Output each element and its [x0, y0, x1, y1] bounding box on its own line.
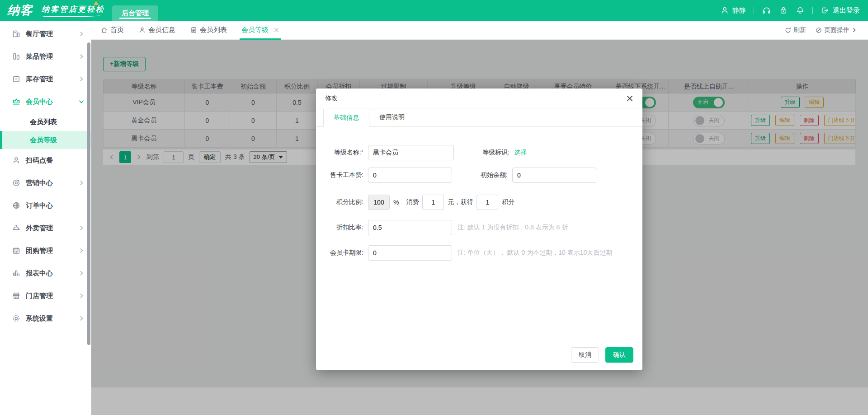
- logout-icon: [821, 6, 830, 15]
- discount-input[interactable]: [368, 220, 452, 235]
- sidebar-item-marketing[interactable]: 营销中心: [0, 172, 91, 194]
- refresh-button[interactable]: 刷新: [784, 26, 806, 34]
- refresh-icon: [784, 27, 792, 34]
- chevron-right-icon: [78, 247, 85, 254]
- sidebar: 餐厅管理 菜品管理 库存管理 会员中心 会员列表 会员等级 扫码点餐 营销中心 …: [0, 21, 91, 415]
- chevron-right-icon: [78, 315, 85, 322]
- scan-order-person-icon: [12, 156, 21, 165]
- crown-icon: [12, 97, 21, 106]
- tab-close-icon[interactable]: [274, 27, 279, 33]
- chevron-right-icon: [78, 225, 85, 231]
- gauge-icon: [815, 27, 822, 34]
- close-icon[interactable]: [626, 95, 633, 102]
- card-fee-input[interactable]: [368, 168, 452, 183]
- points-ratio-row: 积分比例: % 消费 元，获得 积分: [325, 195, 633, 210]
- expiry-label: 会员卡期限:: [325, 249, 368, 257]
- consume-label: 消费: [406, 198, 419, 206]
- chevron-right-icon: [78, 180, 85, 186]
- required-asterisk: *: [361, 149, 363, 156]
- level-name-row: 等级名称:* 等级标识: 选择: [325, 145, 633, 160]
- sidebar-item-inventory[interactable]: 库存管理: [0, 68, 91, 90]
- card-fee-row: 售卡工本费: 初始余额:: [325, 168, 633, 183]
- chevron-right-icon: [78, 270, 85, 276]
- sidebar-subitem-member-level[interactable]: 会员等级: [0, 131, 91, 149]
- storefront-icon: [12, 291, 21, 300]
- cancel-button[interactable]: 取消: [571, 347, 599, 363]
- expiry-note: 注: 单位（天）， 默认 0 为不过期，10 表示10天后过期: [458, 249, 612, 257]
- tab-member-list[interactable]: 会员列表: [190, 21, 227, 40]
- inventory-box-icon: [12, 75, 21, 84]
- divider: [812, 7, 813, 14]
- username: 静静: [732, 6, 746, 15]
- modal-tab-usage[interactable]: 使用说明: [369, 108, 415, 126]
- restaurant-icon: [12, 29, 21, 38]
- points-ratio-label: 积分比例:: [325, 198, 368, 206]
- level-badge-label: 等级标识:: [475, 149, 514, 157]
- sidebar-item-settings[interactable]: 系统设置: [0, 307, 91, 330]
- member-icon: [138, 26, 146, 34]
- sidebar-item-orders[interactable]: 订单中心: [0, 194, 91, 217]
- choose-badge-link[interactable]: 选择: [514, 149, 527, 157]
- sidebar-item-takeout[interactable]: 外卖管理: [0, 217, 91, 239]
- logo-text: 纳客: [7, 2, 33, 19]
- globe-icon: [12, 201, 21, 210]
- gain-points-input[interactable]: [476, 195, 498, 210]
- gear-icon: [12, 314, 21, 323]
- topbar: 纳客 纳客管店更轻松 后台管理 静静 退出登录: [0, 0, 868, 21]
- tabbar-actions: 刷新 页面操作: [784, 26, 857, 34]
- chevron-right-icon: [78, 293, 85, 299]
- modal-body: 等级名称:* 等级标识: 选择 售卡工本费: 初始余额: 积分比例: % 消费 …: [316, 127, 642, 261]
- tab-member-info[interactable]: 会员信息: [138, 21, 175, 40]
- clipboard-icon: [190, 26, 198, 34]
- calendar-icon: [12, 246, 21, 255]
- sidebar-item-reports[interactable]: 报表中心: [0, 262, 91, 284]
- notification-bell-icon[interactable]: [796, 6, 805, 15]
- modal-title: 修改: [325, 94, 338, 103]
- consume-amount-input[interactable]: [422, 195, 444, 210]
- expiry-input[interactable]: [368, 245, 452, 261]
- dish-icon: [12, 52, 21, 61]
- slogan: 纳客管店更轻松: [42, 4, 105, 17]
- sidebar-subitem-member-list[interactable]: 会员列表: [0, 113, 91, 131]
- points-ratio-input[interactable]: [368, 195, 390, 210]
- yuan-gain-label: 元，获得: [448, 198, 473, 206]
- nav-tab-backend[interactable]: 后台管理: [112, 5, 158, 21]
- support-headset-icon[interactable]: [762, 6, 771, 15]
- modal-header: 修改: [316, 89, 642, 108]
- bar-chart-icon: [12, 269, 21, 278]
- target-icon: [12, 178, 21, 187]
- topbar-right: 静静 退出登录: [720, 0, 860, 21]
- home-icon: [100, 26, 108, 34]
- sidebar-item-groupon[interactable]: 团购管理: [0, 239, 91, 262]
- sidebar-item-member-center[interactable]: 会员中心: [0, 90, 91, 113]
- sidebar-scrollbar[interactable]: [87, 42, 90, 345]
- tab-home[interactable]: 首页: [100, 21, 124, 40]
- cloche-icon: [12, 224, 21, 233]
- expiry-row: 会员卡期限: 注: 单位（天）， 默认 0 为不过期，10 表示10天后过期: [325, 245, 633, 261]
- modal-tabs: 基础信息 使用说明: [316, 108, 642, 127]
- logout-button[interactable]: 退出登录: [821, 6, 860, 15]
- modal-tab-basic-info[interactable]: 基础信息: [323, 109, 369, 127]
- sidebar-item-scan-order[interactable]: 扫码点餐: [0, 149, 91, 172]
- level-name-input[interactable]: [368, 145, 454, 160]
- discount-note: 注: 默认 1 为没有折扣，0.8 表示为 8 折: [458, 224, 568, 232]
- confirm-button[interactable]: 确认: [605, 347, 633, 363]
- percent-sign: %: [393, 199, 399, 206]
- user-menu[interactable]: 静静: [720, 6, 746, 15]
- page-tabbar: 首页 会员信息 会员列表 会员等级 刷新 页面操作: [91, 21, 868, 40]
- sidebar-item-dishes[interactable]: 菜品管理: [0, 45, 91, 68]
- initial-balance-input[interactable]: [512, 168, 596, 183]
- card-fee-label: 售卡工本费:: [325, 171, 368, 179]
- initial-balance-label: 初始余额:: [473, 171, 512, 179]
- chevron-right-icon: [78, 53, 85, 60]
- sidebar-item-restaurant[interactable]: 餐厅管理: [0, 23, 91, 45]
- edit-level-modal: 修改 基础信息 使用说明 等级名称:* 等级标识: 选择 售卡工本费: 初始余额…: [316, 89, 642, 370]
- lock-icon[interactable]: [779, 6, 788, 15]
- divider: [754, 7, 754, 14]
- user-icon: [720, 6, 729, 15]
- tab-member-level[interactable]: 会员等级: [241, 21, 279, 40]
- chevron-right-icon: [78, 31, 85, 37]
- sidebar-item-stores[interactable]: 门店管理: [0, 284, 91, 307]
- page-operations-button[interactable]: 页面操作: [815, 26, 857, 34]
- chevron-right-icon: [78, 76, 85, 82]
